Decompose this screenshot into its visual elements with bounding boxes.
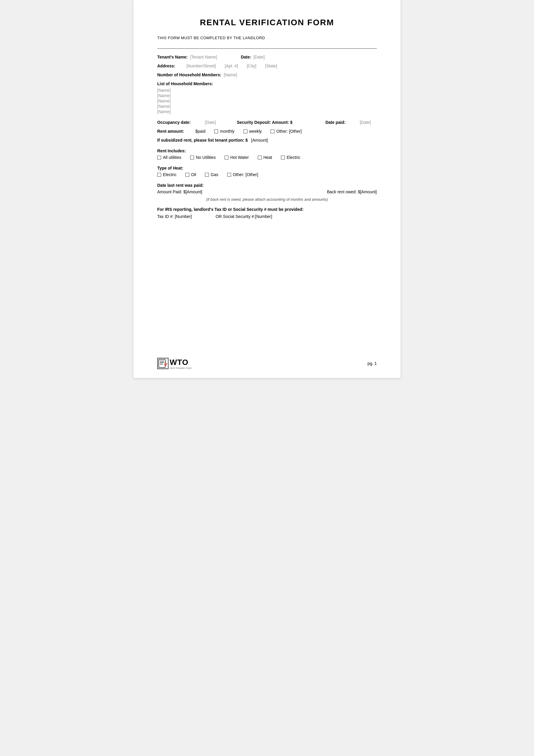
all-utilities-item: All utilities — [157, 155, 181, 160]
heat-type-row: Electric Oil Gas Other: [Other] — [157, 172, 377, 177]
heat-checkbox[interactable] — [258, 156, 262, 159]
weekly-checkbox[interactable] — [243, 129, 247, 133]
address-apt: [Apt. #] — [225, 64, 238, 68]
amount-paid: Amount Paid: $[Amount] — [157, 189, 202, 194]
household-members-list: [Name] [Name] [Name] [Name] [Name] — [157, 88, 377, 114]
address-city: [City] — [247, 64, 256, 68]
logo-svg — [158, 359, 167, 368]
back-rent-row: Amount Paid: $[Amount] Back rent owed: $… — [157, 189, 377, 194]
footer: WTO World Templates Online pg. 1 — [157, 358, 377, 369]
tax-row: Tax ID #: [Number] OR Social Security #:… — [157, 214, 377, 219]
subsidy-row: If subsidized rent, please list tenant p… — [157, 138, 377, 143]
svg-rect-3 — [160, 364, 163, 364]
subsidy-text: If subsidized rent, please list tenant p… — [157, 138, 249, 143]
date-paid-value: [Date] — [360, 120, 371, 125]
date-paid-label: Date paid: — [325, 120, 345, 125]
tenant-name-label: Tenant's Name: — [157, 55, 188, 59]
all-utilities-checkbox[interactable] — [157, 156, 161, 159]
other-checkbox[interactable] — [270, 129, 274, 133]
rent-includes-section: Rent Includes: All utilities No Utilitie… — [157, 148, 377, 160]
svg-rect-2 — [160, 362, 164, 363]
weekly-label: weekly — [249, 129, 262, 134]
monthly-checkbox[interactable] — [214, 129, 218, 133]
hot-water-checkbox[interactable] — [225, 156, 228, 159]
no-utilities-item: No Utilities — [190, 155, 216, 160]
svg-rect-1 — [160, 361, 164, 361]
heat-oil-label: Oil — [191, 172, 196, 177]
no-utilities-label: No Utilities — [196, 155, 216, 160]
hot-water-item: Hot Water — [225, 155, 249, 160]
svg-point-4 — [165, 363, 167, 365]
monthly-checkbox-item: monthly — [214, 129, 234, 134]
member-1: [Name] — [157, 88, 377, 93]
heat-oil-checkbox[interactable] — [186, 173, 189, 177]
back-rent-note: (if back rent is owed, please attach acc… — [157, 197, 377, 202]
heat-oil-item: Oil — [186, 172, 196, 177]
other-label: Other: [Other] — [276, 129, 302, 134]
member-4: [Name] — [157, 104, 377, 109]
electric-checkbox[interactable] — [281, 156, 285, 159]
divider — [157, 48, 377, 49]
back-rent-owed: Back rent owed: $[Amount] — [327, 189, 377, 194]
occupancy-date-value: [Date] — [205, 120, 216, 125]
member-3: [Name] — [157, 98, 377, 103]
svg-rect-0 — [159, 359, 165, 367]
rent-amount-row: Rent amount: $paid monthly weekly Other:… — [157, 129, 377, 134]
electric-label: Electric — [287, 155, 300, 160]
logo-sub: World Templates Online — [170, 367, 191, 369]
occupancy-date-label: Occupancy date: — [157, 120, 191, 125]
logo-text-stack: WTO World Templates Online — [170, 358, 191, 369]
heat-gas-checkbox[interactable] — [205, 173, 209, 177]
logo-name: WTO — [170, 358, 189, 367]
subsidy-amount: [Amount] — [251, 138, 268, 143]
date-value: [Date] — [254, 55, 265, 59]
date-label: Date: — [241, 55, 251, 59]
all-utilities-label: All utilities — [163, 155, 181, 160]
heat-other-checkbox[interactable] — [227, 173, 231, 177]
occupancy-row: Occupancy date: [Date] Security Deposit:… — [157, 120, 377, 125]
heat-gas-item: Gas — [205, 172, 218, 177]
weekly-checkbox-item: weekly — [243, 129, 262, 134]
tenant-name-value: [Tenant Name] — [190, 55, 217, 59]
heat-gas-label: Gas — [211, 172, 218, 177]
heat-type-section: Type of Heat: Electric Oil Gas Other: [O… — [157, 166, 377, 177]
heat-type-title: Type of Heat: — [157, 166, 377, 171]
address-state: [State] — [265, 64, 277, 68]
heat-electric-checkbox[interactable] — [157, 173, 161, 177]
logo-icon — [157, 358, 168, 369]
logo-area: WTO World Templates Online — [157, 358, 191, 369]
member-2: [Name] — [157, 93, 377, 98]
no-utilities-checkbox[interactable] — [190, 156, 194, 159]
security-deposit-label: Security Deposit: Amount: $ — [237, 120, 292, 125]
document-page: RENTAL VERIFICATION FORM THIS FORM MUST … — [134, 0, 400, 378]
rent-includes-row: All utilities No Utilities Hot Water Hea… — [157, 155, 377, 160]
heat-item: Heat — [258, 155, 272, 160]
household-count-value: [Name] — [224, 72, 237, 77]
heat-electric-label: Electric — [163, 172, 176, 177]
page-subtitle: THIS FORM MUST BE COMPLETED BY THE LANDL… — [157, 36, 377, 40]
irs-section: For IRS reporting, landlord's Tax ID or … — [157, 207, 377, 219]
social-security-label: OR Social Security #:[Number] — [216, 214, 272, 219]
last-rent-section: Date last rent was paid: — [157, 183, 377, 188]
member-5: [Name] — [157, 109, 377, 114]
hot-water-label: Hot Water — [230, 155, 249, 160]
household-count-row: Number of Household Members: [Name] — [157, 72, 377, 77]
rent-includes-title: Rent Includes: — [157, 148, 377, 153]
household-count-label: Number of Household Members: — [157, 72, 221, 77]
address-number-street: [Number/Street] — [187, 64, 216, 68]
electric-item: Electric — [281, 155, 300, 160]
other-checkbox-item: Other: [Other] — [270, 129, 302, 134]
irs-text: For IRS reporting, landlord's Tax ID or … — [157, 207, 377, 212]
heat-other-label: Other: [Other] — [233, 172, 258, 177]
heat-other-item: Other: [Other] — [227, 172, 258, 177]
heat-label: Heat — [264, 155, 272, 160]
page-number: pg. 1 — [368, 361, 377, 366]
tax-id-label: Tax ID #: [Number] — [157, 214, 192, 219]
address-label: Address: — [157, 64, 175, 68]
page-title: RENTAL VERIFICATION FORM — [157, 18, 377, 27]
tenant-row: Tenant's Name: [Tenant Name] Date: [Date… — [157, 55, 377, 59]
household-list-section: List of Household Members: [Name] [Name]… — [157, 81, 377, 114]
heat-electric-item: Electric — [157, 172, 176, 177]
rent-amount-label: Rent amount: — [157, 129, 184, 134]
rent-amount-value: $paid — [195, 129, 205, 134]
